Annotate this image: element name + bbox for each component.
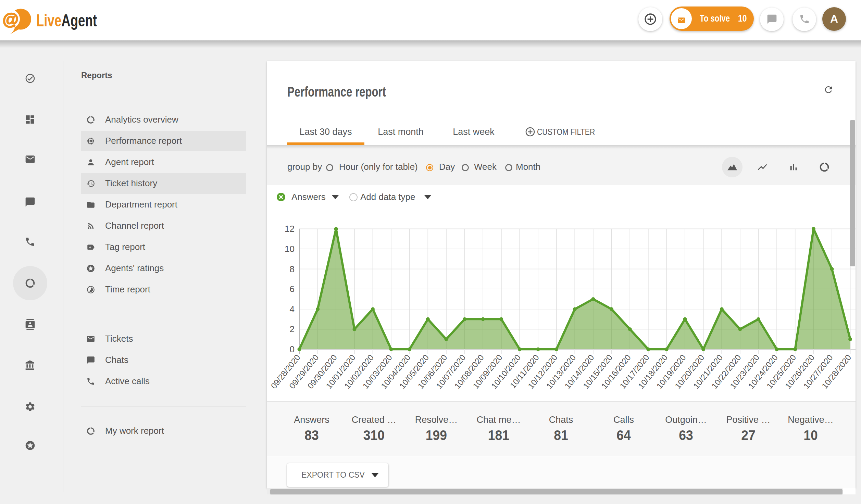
svg-text:12: 12 — [285, 224, 295, 234]
svg-text:4: 4 — [290, 304, 295, 314]
svg-text:@: @ — [3, 10, 19, 28]
svg-text:0: 0 — [290, 344, 295, 354]
svg-text:2: 2 — [290, 324, 295, 334]
svg-text:LiveAgent: LiveAgent — [36, 11, 97, 30]
svg-text:8: 8 — [290, 264, 295, 274]
svg-text:6: 6 — [290, 284, 295, 294]
svg-text:10: 10 — [285, 244, 295, 254]
